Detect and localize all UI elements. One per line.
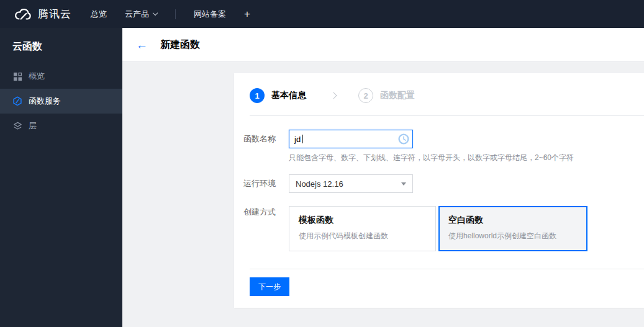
back-arrow-icon: ← xyxy=(136,39,148,51)
runtime-row: 运行环境 Nodejs 12.16 xyxy=(243,174,628,193)
function-name-input-wrap xyxy=(289,130,413,148)
navbar-divider xyxy=(175,9,176,19)
nav-item-overview[interactable]: 总览 xyxy=(91,9,107,20)
loading-clock-icon xyxy=(398,133,409,145)
function-name-input[interactable] xyxy=(289,130,413,148)
layers-icon xyxy=(12,121,22,131)
page-title: 新建函数 xyxy=(160,38,200,52)
creation-method-row: 创建方式 模板函数 使用示例代码模板创建函数 空白函数 使用helloworld… xyxy=(243,206,628,251)
creation-method-options: 模板函数 使用示例代码模板创建函数 空白函数 使用helloworld示例创建空… xyxy=(289,206,587,251)
function-name-row: 函数名称 只能包含字母、数字、下划线、 xyxy=(243,130,628,163)
option-title: 模板函数 xyxy=(299,215,426,226)
next-step-button[interactable]: 下一步 xyxy=(250,277,289,296)
function-name-label: 函数名称 xyxy=(243,130,289,148)
nav-item-website-registration-label: 网站备案 xyxy=(194,9,226,20)
function-name-hint: 只能包含字母、数字、下划线、连字符，以字母开头，以数字或字母结尾，2~60个字符 xyxy=(289,153,574,163)
nav-item-website-registration[interactable]: 网站备案 xyxy=(194,9,226,20)
section-divider xyxy=(250,115,644,116)
step-2-badge: 2 xyxy=(358,88,373,103)
function-service-icon xyxy=(12,96,22,106)
sidebar-item-label: 函数服务 xyxy=(29,96,61,107)
page-content: 1 基本信息 2 函数配置 函数名称 xyxy=(122,62,644,327)
nav-item-overview-label: 总览 xyxy=(91,9,107,20)
select-caret-icon xyxy=(401,182,406,186)
option-description: 使用helloworld示例创建空白函数 xyxy=(448,231,578,241)
sidebar-item-layers[interactable]: 层 xyxy=(0,114,122,138)
option-title: 空白函数 xyxy=(448,215,578,226)
step-2-label: 函数配置 xyxy=(380,90,415,101)
tencent-cloud-logo-icon xyxy=(14,7,32,21)
runtime-label: 运行环境 xyxy=(243,174,289,193)
brand-home-link[interactable]: 腾讯云 xyxy=(14,7,71,21)
text-caret xyxy=(302,135,303,143)
option-template-function[interactable]: 模板函数 使用示例代码模板创建函数 xyxy=(289,206,436,251)
sidebar: 云函数 概览 xyxy=(0,28,122,327)
option-blank-function[interactable]: 空白函数 使用helloworld示例创建空白函数 xyxy=(438,206,587,251)
sidebar-menu: 概览 函数服务 层 xyxy=(0,64,122,138)
option-description: 使用示例代码模板创建函数 xyxy=(299,231,426,241)
nav-item-cloud-products-label: 云产品 xyxy=(125,9,149,20)
chevron-down-icon xyxy=(153,11,158,16)
sidebar-title: 云函数 xyxy=(0,28,122,54)
sidebar-item-overview[interactable]: 概览 xyxy=(0,64,122,89)
page-header: ← 新建函数 xyxy=(122,28,644,62)
brand-name: 腾讯云 xyxy=(38,7,71,21)
create-function-card: 1 基本信息 2 函数配置 函数名称 xyxy=(234,73,644,308)
creation-method-label: 创建方式 xyxy=(243,206,289,218)
nav-item-cloud-products[interactable]: 云产品 xyxy=(125,9,157,20)
sidebar-item-label: 层 xyxy=(29,120,37,132)
runtime-select-value: Nodejs 12.16 xyxy=(296,179,343,189)
step-1-badge: 1 xyxy=(250,88,265,103)
grid-icon xyxy=(12,71,22,81)
navbar-links: 总览 云产品 网站备案 + xyxy=(91,8,250,20)
footer-divider xyxy=(250,269,644,269)
runtime-select[interactable]: Nodejs 12.16 xyxy=(289,174,413,193)
add-tab-button[interactable]: + xyxy=(244,8,250,20)
chevron-right-icon xyxy=(330,92,337,99)
step-1-label: 基本信息 xyxy=(271,90,306,101)
top-navbar: 腾讯云 总览 云产品 网站备案 + xyxy=(0,0,644,28)
function-name-field-group: 只能包含字母、数字、下划线、连字符，以字母开头，以数字或字母结尾，2~60个字符 xyxy=(289,130,574,163)
sidebar-item-function-service[interactable]: 函数服务 xyxy=(0,89,122,114)
sidebar-item-label: 概览 xyxy=(29,71,45,82)
main-area: ← 新建函数 1 基本信息 2 函数配置 函数名称 xyxy=(122,28,644,327)
back-button[interactable]: ← xyxy=(136,39,148,51)
step-indicator: 1 基本信息 2 函数配置 xyxy=(250,88,628,103)
